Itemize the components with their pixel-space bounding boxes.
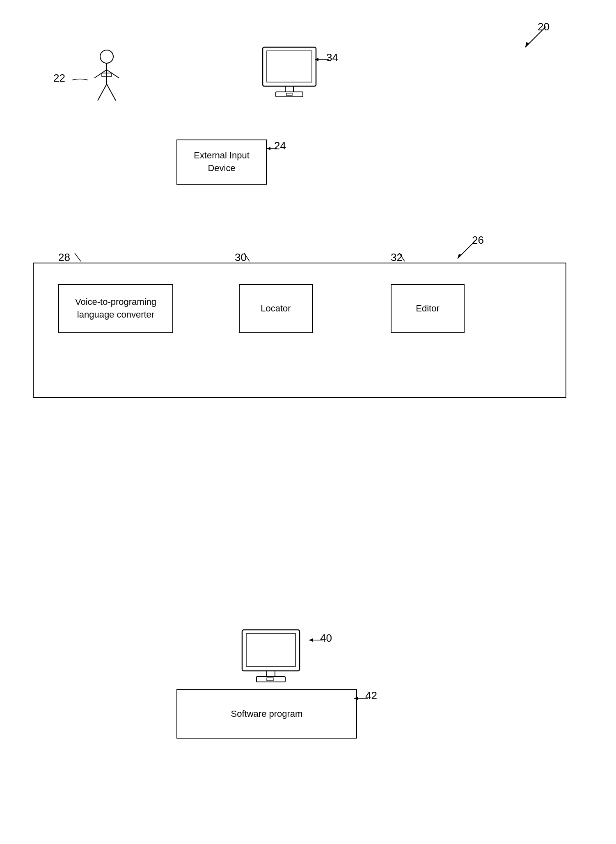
monitor-40-icon <box>238 628 308 689</box>
arrow-30 <box>242 253 254 265</box>
svg-rect-26 <box>256 677 285 682</box>
svg-rect-25 <box>267 671 275 677</box>
svg-line-5 <box>107 70 119 78</box>
arrow-24 <box>265 144 279 153</box>
software-program-box: Software program <box>176 689 357 739</box>
svg-line-4 <box>94 70 107 78</box>
editor-box: Editor <box>391 284 465 333</box>
monitor-34-icon <box>259 45 324 104</box>
container-box-26: 28 Voice-to-programing language converte… <box>33 263 566 398</box>
svg-line-20 <box>75 253 81 261</box>
svg-rect-13 <box>286 93 292 96</box>
voice-converter-box: Voice-to-programing language converter <box>58 284 173 333</box>
arrow-28 <box>71 253 83 265</box>
arrow-34 <box>313 55 331 64</box>
svg-rect-24 <box>246 634 295 666</box>
svg-rect-10 <box>267 51 312 82</box>
locator-box: Locator <box>239 284 313 333</box>
svg-marker-17 <box>267 147 270 150</box>
svg-marker-19 <box>458 254 462 258</box>
ref-22: 22 <box>53 72 65 85</box>
svg-rect-11 <box>285 86 293 92</box>
svg-line-7 <box>107 84 116 101</box>
svg-marker-15 <box>315 58 318 61</box>
svg-line-22 <box>399 253 405 261</box>
arrow-32 <box>397 253 410 265</box>
external-input-device-label: External Input Device <box>194 149 250 175</box>
arrow-42 <box>352 694 369 702</box>
arrow-26 <box>451 236 478 263</box>
person-icon <box>90 49 123 104</box>
svg-rect-23 <box>242 630 300 671</box>
svg-point-2 <box>100 50 113 63</box>
voice-converter-label: Voice-to-programing language converter <box>75 296 156 321</box>
svg-line-6 <box>98 84 107 101</box>
diagram: 20 22 <box>0 0 616 844</box>
svg-rect-27 <box>267 678 273 681</box>
svg-rect-9 <box>263 47 316 86</box>
svg-rect-12 <box>276 92 303 97</box>
svg-marker-31 <box>354 697 358 700</box>
ref-28: 28 <box>58 251 70 264</box>
software-program-label: Software program <box>231 708 303 720</box>
arrow-40 <box>307 636 324 644</box>
svg-marker-1 <box>525 42 529 47</box>
editor-label: Editor <box>416 302 439 315</box>
svg-marker-29 <box>309 638 313 642</box>
arrow-20 <box>517 23 550 55</box>
external-input-device-box: External Input Device <box>176 140 267 185</box>
locator-label: Locator <box>261 302 291 315</box>
svg-line-21 <box>244 253 250 261</box>
arrow-22 <box>68 76 92 84</box>
